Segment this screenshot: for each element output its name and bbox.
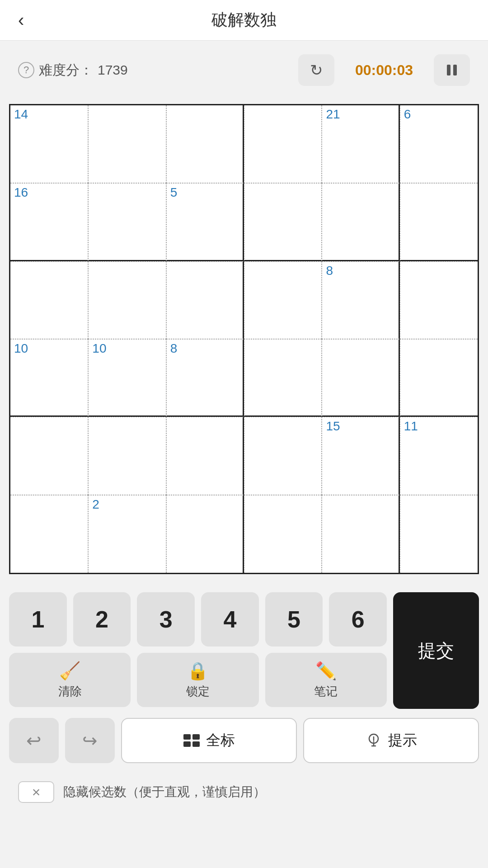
cell-value-r3-c1: 10 bbox=[92, 342, 106, 355]
svg-rect-5 bbox=[192, 741, 200, 747]
pause-icon bbox=[445, 63, 459, 77]
back-button[interactable]: ‹ bbox=[18, 10, 24, 30]
submit-button[interactable]: 提交 bbox=[393, 592, 479, 709]
cell-r2-c0[interactable] bbox=[10, 261, 88, 339]
svg-rect-1 bbox=[453, 65, 457, 75]
numpad-btn-6[interactable]: 6 bbox=[329, 592, 387, 646]
cell-r0-c1[interactable] bbox=[88, 105, 166, 183]
difficulty-group: ? 难度分： 1739 bbox=[18, 61, 128, 80]
cell-r1-c4[interactable] bbox=[322, 183, 399, 261]
all-mark-icon bbox=[183, 734, 200, 747]
cell-r5-c3[interactable] bbox=[244, 495, 322, 573]
cell-r2-c2[interactable] bbox=[166, 261, 244, 339]
cell-r0-c4[interactable]: 21 bbox=[322, 105, 399, 183]
cell-r0-c0[interactable]: 14 bbox=[10, 105, 88, 183]
toolbar: ? 难度分： 1739 ↻ 00:00:03 bbox=[0, 41, 488, 99]
cell-value-r1-c0: 16 bbox=[14, 186, 28, 199]
pause-button[interactable] bbox=[434, 54, 470, 86]
action-btn-清除[interactable]: 🧹清除 bbox=[9, 653, 131, 707]
redo-button[interactable]: ↪ bbox=[65, 718, 115, 763]
cell-r1-c0[interactable]: 16 bbox=[10, 183, 88, 261]
cell-r5-c5[interactable] bbox=[400, 495, 478, 573]
cell-value-r0-c5: 6 bbox=[404, 108, 411, 121]
difficulty-label: 难度分： bbox=[39, 61, 93, 80]
cell-value-r0-c0: 14 bbox=[14, 108, 28, 121]
sudoku-grid-container: 1421616581010815112 bbox=[9, 104, 479, 574]
footer-bar: × 隐藏候选数（便于直观，谨慎启用） bbox=[0, 772, 488, 812]
svg-rect-3 bbox=[192, 734, 200, 740]
cell-r2-c1[interactable] bbox=[88, 261, 166, 339]
cell-value-r2-c4: 8 bbox=[326, 264, 333, 277]
refresh-button[interactable]: ↻ bbox=[298, 54, 334, 86]
numpad-btn-5[interactable]: 5 bbox=[265, 592, 323, 646]
cell-r3-c0[interactable]: 10 bbox=[10, 339, 88, 417]
cell-r3-c1[interactable]: 10 bbox=[88, 339, 166, 417]
cell-r3-c2[interactable]: 8 bbox=[166, 339, 244, 417]
numpad-btn-1[interactable]: 1 bbox=[9, 592, 67, 646]
undo-button[interactable]: ↩ bbox=[9, 718, 59, 763]
cell-r3-c3[interactable] bbox=[244, 339, 322, 417]
cell-r1-c2[interactable]: 5 bbox=[166, 183, 244, 261]
cell-value-r0-c4: 21 bbox=[326, 108, 340, 121]
cell-r4-c5[interactable]: 11 bbox=[400, 417, 478, 495]
cell-value-r3-c0: 10 bbox=[14, 342, 28, 355]
cell-r0-c3[interactable] bbox=[244, 105, 322, 183]
svg-rect-0 bbox=[447, 65, 450, 75]
cell-value-r3-c2: 8 bbox=[170, 342, 178, 355]
numpad-area: 123456 🧹清除🔒锁定✏️笔记 提交 bbox=[0, 583, 488, 713]
cell-value-r1-c2: 5 bbox=[170, 186, 178, 199]
cell-value-r4-c5: 11 bbox=[404, 420, 418, 433]
page-title: 破解数独 bbox=[211, 9, 277, 31]
footer-text: 隐藏候选数（便于直观，谨慎启用） bbox=[63, 783, 266, 801]
cell-value-r5-c1: 2 bbox=[92, 498, 99, 511]
cell-r0-c2[interactable] bbox=[166, 105, 244, 183]
action-btn-笔记[interactable]: ✏️笔记 bbox=[265, 653, 387, 707]
numpad-btn-4[interactable]: 4 bbox=[201, 592, 259, 646]
action-icon-清除: 🧹 bbox=[59, 661, 80, 681]
cell-r5-c0[interactable] bbox=[10, 495, 88, 573]
svg-point-10 bbox=[373, 741, 374, 743]
hint-icon bbox=[366, 732, 382, 749]
cell-r1-c3[interactable] bbox=[244, 183, 322, 261]
cell-r5-c1[interactable]: 2 bbox=[88, 495, 166, 573]
cell-value-r4-c4: 15 bbox=[326, 420, 340, 433]
numpad-btn-3[interactable]: 3 bbox=[137, 592, 195, 646]
cell-r4-c4[interactable]: 15 bbox=[322, 417, 399, 495]
action-label-清除: 清除 bbox=[58, 684, 82, 699]
cell-r2-c5[interactable] bbox=[400, 261, 478, 339]
action-label-锁定: 锁定 bbox=[186, 684, 210, 699]
difficulty-value: 1739 bbox=[98, 62, 128, 78]
difficulty-help-icon[interactable]: ? bbox=[18, 62, 34, 78]
cell-r0-c5[interactable]: 6 bbox=[400, 105, 478, 183]
header: ‹ 破解数独 bbox=[0, 0, 488, 41]
svg-rect-2 bbox=[183, 734, 191, 740]
numpad-actions-row: 🧹清除🔒锁定✏️笔记 bbox=[9, 653, 387, 707]
cell-r3-c4[interactable] bbox=[322, 339, 399, 417]
cell-r4-c0[interactable] bbox=[10, 417, 88, 495]
cell-r5-c4[interactable] bbox=[322, 495, 399, 573]
svg-rect-4 bbox=[183, 741, 191, 747]
action-icon-笔记: ✏️ bbox=[315, 661, 337, 681]
sudoku-grid[interactable]: 1421616581010815112 bbox=[10, 105, 478, 573]
all-mark-button[interactable]: 全标 bbox=[121, 718, 297, 763]
toggle-x-icon: × bbox=[32, 784, 41, 801]
hint-label: 提示 bbox=[388, 731, 417, 750]
all-mark-label: 全标 bbox=[206, 731, 235, 750]
cell-r4-c2[interactable] bbox=[166, 417, 244, 495]
hide-candidates-toggle[interactable]: × bbox=[18, 781, 54, 803]
bottom-toolbar: ↩ ↪ 全标 提示 bbox=[0, 713, 488, 772]
action-btn-锁定[interactable]: 🔒锁定 bbox=[137, 653, 258, 707]
numpad-numbers-row: 123456 bbox=[9, 592, 387, 646]
action-label-笔记: 笔记 bbox=[314, 684, 338, 699]
cell-r1-c5[interactable] bbox=[400, 183, 478, 261]
cell-r2-c4[interactable]: 8 bbox=[322, 261, 399, 339]
cell-r3-c5[interactable] bbox=[400, 339, 478, 417]
cell-r1-c1[interactable] bbox=[88, 183, 166, 261]
cell-r4-c3[interactable] bbox=[244, 417, 322, 495]
numpad-btn-2[interactable]: 2 bbox=[73, 592, 131, 646]
cell-r2-c3[interactable] bbox=[244, 261, 322, 339]
hint-button[interactable]: 提示 bbox=[303, 718, 479, 763]
cell-r5-c2[interactable] bbox=[166, 495, 244, 573]
cell-r4-c1[interactable] bbox=[88, 417, 166, 495]
timer-display: 00:00:03 bbox=[343, 62, 425, 79]
